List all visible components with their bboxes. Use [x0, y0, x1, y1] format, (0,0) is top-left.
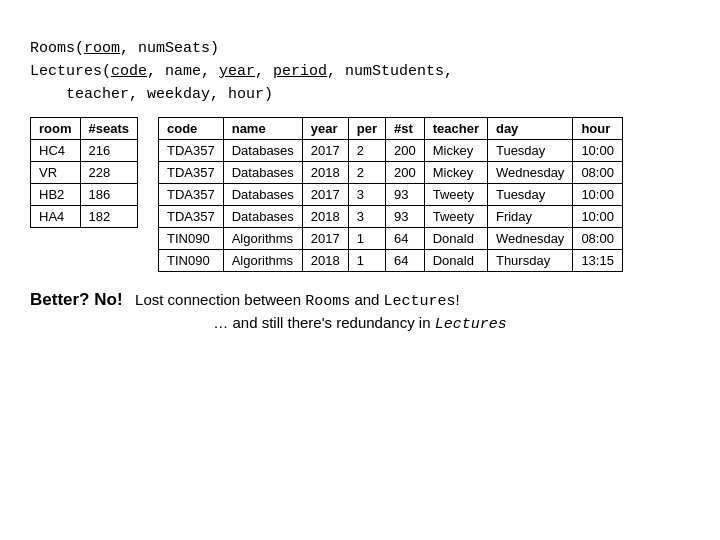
bottom-section: Better? No! Lost connection between Room… [30, 290, 690, 310]
table-row: TDA357Databases20182200MickeyWednesday08… [158, 162, 622, 184]
rooms-col-seats: #seats [80, 118, 137, 140]
lectures-table: codenameyearper#stteacherdayhour TDA357D… [158, 117, 623, 272]
tables-container: room #seats HC4216VR228HB2186HA4182 code… [30, 117, 690, 272]
schema-lectures-line1: Lectures(code, name, year, period, numSt… [30, 61, 690, 80]
table-row: TIN090Algorithms2017164DonaldWednesday08… [158, 228, 622, 250]
table-row: HA4182 [31, 206, 138, 228]
rooms-table: room #seats HC4216VR228HB2186HA4182 [30, 117, 138, 228]
table-row: TDA357Databases2017393TweetyTuesday10:00 [158, 184, 622, 206]
table-row: TDA357Databases20172200MickeyTuesday10:0… [158, 140, 622, 162]
table-row: TIN090Algorithms2018164DonaldThursday13:… [158, 250, 622, 272]
table-row: VR228 [31, 162, 138, 184]
better-label: Better? No! [30, 290, 123, 309]
table-row: HB2186 [31, 184, 138, 206]
schema-rooms: Rooms(room, numSeats) [30, 38, 690, 57]
table-row: HC4216 [31, 140, 138, 162]
bottom-message: Lost connection between Rooms and Lectur… [127, 291, 460, 308]
table-row: TDA357Databases2018393TweetyFriday10:00 [158, 206, 622, 228]
bottom-line2: … and still there's redundancy in Lectur… [30, 314, 690, 333]
schema-lectures-line2: teacher, weekday, hour) [30, 84, 690, 103]
page: Rooms(room, numSeats) Lectures(code, nam… [0, 0, 720, 540]
rooms-col-room: room [31, 118, 81, 140]
